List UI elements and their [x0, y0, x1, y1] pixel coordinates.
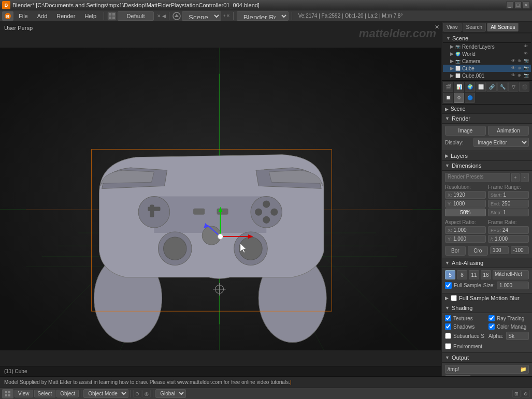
aa-5-button[interactable]: 5 [445, 270, 455, 279]
aa-section-header[interactable]: ▼ Anti-Aliasing [442, 258, 532, 268]
display-selector[interactable]: Image Editor New Window Full Screen [473, 138, 529, 147]
textures-checkbox[interactable] [445, 315, 451, 321]
close-button[interactable]: ✕ [523, 2, 530, 9]
window-controls[interactable]: _ □ ✕ [506, 2, 530, 9]
motion-blur-header[interactable]: ▶ Full Sample Motion Blur [442, 293, 532, 303]
output-section-header[interactable]: ▼ Output [442, 353, 532, 363]
image-render-button[interactable]: Image [445, 126, 486, 136]
animation-render-button[interactable]: Animation [488, 126, 529, 136]
environment-checkbox[interactable] [445, 343, 451, 349]
dimensions-section-header[interactable]: ▼ Dimensions [442, 161, 532, 171]
eye-icon[interactable]: 👁 [524, 44, 529, 49]
camera-cursor-icon[interactable]: ⊕ [517, 58, 523, 64]
outliner-cube001[interactable]: ▶ ⬜ Cube.001 👁 ⊕ 📷 [443, 72, 531, 79]
ay-field[interactable]: Y: 1.000 [445, 235, 486, 243]
border-x-field[interactable]: 100 [490, 246, 509, 254]
texture-prop-icon[interactable]: 🔲 [443, 93, 453, 103]
physics-prop-icon[interactable]: 🔵 [465, 93, 475, 103]
cube-cursor-icon[interactable]: ⊕ [517, 66, 523, 71]
outliner-renderlayers[interactable]: ▶ 📷 RenderLayers 👁 [443, 43, 531, 50]
world-eye-icon[interactable]: 👁 [524, 51, 529, 56]
presets-remove-button[interactable]: - [521, 173, 529, 182]
outliner-cube[interactable]: ▶ ⬜ Cube 👁 ⊕ 📷 [443, 65, 531, 72]
motion-blur-checkbox[interactable] [451, 295, 457, 301]
object-menu-btn[interactable]: Object [56, 390, 79, 397]
view-menu-btn[interactable]: View [15, 390, 33, 397]
full-sample-checkbox[interactable] [445, 282, 452, 289]
pct-field[interactable]: 50% [445, 209, 486, 216]
camera-render-icon[interactable]: 📷 [524, 58, 529, 64]
world-prop-icon[interactable]: 🌍 [465, 82, 475, 92]
maximize-button[interactable]: □ [514, 2, 522, 9]
render-icon-btn[interactable]: ◎ [142, 390, 151, 398]
outliner-world[interactable]: ▶ 🌍 World 👁 [443, 50, 531, 57]
aa-11-button[interactable]: 11 [469, 270, 479, 279]
scene-collapse-icon[interactable]: ▼ [446, 36, 451, 41]
shading-section-header[interactable]: ▼ Shading [442, 303, 532, 313]
presets-add-button[interactable]: + [511, 173, 520, 182]
modifiers-prop-icon[interactable]: 🔧 [497, 82, 508, 92]
scene-prop-icon[interactable]: 🎬 [443, 82, 453, 92]
start-field[interactable]: Start: 1 [488, 191, 529, 199]
global-selector[interactable]: Global [155, 389, 186, 398]
format-selector[interactable]: PNG [445, 375, 471, 376]
alpha-selector[interactable]: Sk [506, 332, 529, 340]
aa-filter-selector[interactable]: Mitchell-Net [493, 270, 529, 279]
scene-selector[interactable]: Scene [182, 11, 221, 21]
particles-prop-icon[interactable]: ⚙ [454, 93, 464, 103]
layers-section-header[interactable]: ▶ Layers [442, 151, 532, 161]
outliner-camera[interactable]: ▶ 📷 Camera 👁 ⊕ 📷 [443, 57, 531, 65]
output-path-input[interactable]: /tmp/ [448, 366, 520, 372]
fps-field[interactable]: FPS: 24 [488, 226, 529, 234]
render-section-header[interactable]: ▼ Render [442, 114, 532, 124]
camera-eye-icon[interactable]: 👁 [511, 58, 516, 64]
minimize-button[interactable]: _ [506, 2, 513, 9]
snap-icon[interactable]: ⊞ [512, 390, 521, 398]
browse-icon[interactable]: 📁 [520, 366, 526, 372]
aa-16-button[interactable]: 16 [481, 270, 491, 279]
proportional-icon[interactable]: ⊙ [522, 390, 530, 398]
data-prop-icon[interactable]: ▽ [508, 82, 519, 92]
output-path-field[interactable]: /tmp/ 📁 [445, 365, 529, 374]
ax-field[interactable]: X: 1.000 [445, 226, 486, 234]
y-res-field[interactable]: Y: 1080 [445, 200, 486, 208]
viewport-3d[interactable]: User Persp ✕ mattelder.com [0, 22, 441, 376]
file-menu[interactable]: File [15, 12, 32, 20]
cube001-cursor-icon[interactable]: ⊕ [517, 73, 523, 78]
layout-selector[interactable]: Default [118, 11, 154, 21]
material-prop-icon[interactable]: ⚫ [519, 82, 529, 92]
cube001-render-icon[interactable]: 📷 [524, 73, 529, 78]
add-menu[interactable]: Add [33, 12, 52, 20]
subsurface-checkbox[interactable] [445, 333, 451, 339]
renderer-selector[interactable]: Blender Render [237, 11, 289, 21]
render-presets-field[interactable]: Render Presets [445, 173, 510, 182]
x-res-field[interactable]: X: 1920 [445, 191, 486, 199]
aa-8-button[interactable]: 8 [457, 270, 467, 279]
end-field[interactable]: End: 250 [488, 200, 529, 208]
help-menu[interactable]: Help [80, 12, 100, 20]
layer-btn[interactable]: ⊙ [133, 390, 141, 398]
scene-header[interactable]: ▶ Scene [442, 105, 532, 114]
size-field[interactable]: 1.000 [497, 282, 529, 289]
render-menu[interactable]: Render [52, 12, 79, 20]
select-menu-btn[interactable]: Select [34, 390, 56, 397]
view-tab[interactable]: View [443, 23, 462, 32]
object-mode-selector[interactable]: Object Mode [83, 389, 128, 398]
shadows-checkbox[interactable] [445, 323, 451, 330]
ray-tracing-checkbox[interactable] [488, 315, 495, 321]
border-button[interactable]: Bor [445, 246, 466, 256]
cube-eye-icon[interactable]: 👁 [511, 66, 516, 71]
fps2-field[interactable]: /: 1.000 [488, 235, 529, 243]
cube001-eye-icon[interactable]: 👁 [511, 73, 516, 78]
viewport-close-icon[interactable]: ✕ [435, 24, 439, 31]
renderlayers-prop-icon[interactable]: 📊 [454, 82, 464, 92]
cube-render-icon[interactable]: 📷 [524, 66, 529, 71]
crop-button[interactable]: Cro [468, 246, 488, 256]
border-y-field[interactable]: -100 [511, 246, 529, 254]
constraint-prop-icon[interactable]: 🔗 [486, 82, 497, 92]
all-scenes-tab[interactable]: All Scenes [487, 23, 519, 32]
step-field[interactable]: Step: 1 [488, 209, 529, 216]
search-tab[interactable]: Search [463, 23, 486, 32]
object-prop-icon[interactable]: ⬜ [476, 82, 486, 92]
color-manag-checkbox[interactable] [488, 323, 495, 330]
